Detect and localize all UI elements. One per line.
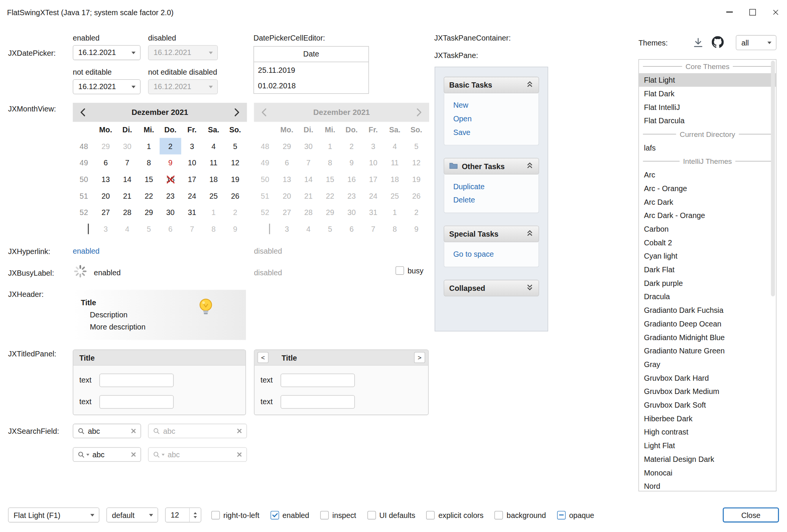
theme-item[interactable]: Cyan light bbox=[639, 249, 776, 263]
checkbox-box[interactable] bbox=[271, 511, 279, 519]
calendar-day[interactable]: 7 bbox=[181, 221, 203, 237]
theme-item[interactable]: Monocai bbox=[639, 466, 776, 479]
checkbox-explicit-colors[interactable]: explicit colors bbox=[426, 511, 483, 519]
theme-item[interactable]: Gradianto Nature Green bbox=[639, 344, 776, 358]
theme-item[interactable]: Gradianto Dark Fuchsia bbox=[639, 303, 776, 317]
checkbox-opaque[interactable]: opaque bbox=[557, 511, 594, 519]
theme-item[interactable]: Gradianto Deep Ocean bbox=[639, 317, 776, 331]
datepicker-enabled[interactable]: 16.12.2021 bbox=[73, 45, 141, 60]
calendar-day[interactable]: 11 bbox=[203, 154, 224, 171]
font-size-spinner[interactable]: 12 bbox=[165, 507, 201, 523]
calendar-day[interactable]: 26 bbox=[224, 188, 246, 204]
clear-icon[interactable] bbox=[131, 428, 136, 434]
taskpane-link[interactable]: Save bbox=[444, 126, 539, 139]
prev-month-button[interactable] bbox=[73, 108, 93, 117]
theme-item[interactable]: Arc bbox=[639, 168, 776, 182]
calendar-day[interactable]: 1 bbox=[203, 204, 224, 221]
calendar-day[interactable]: 1 bbox=[138, 138, 160, 155]
close-button[interactable]: Close bbox=[723, 507, 779, 523]
calendar-day[interactable]: 25 bbox=[203, 188, 224, 204]
theme-item[interactable]: Dracula bbox=[639, 290, 776, 303]
calendar-day[interactable]: 16 bbox=[160, 171, 181, 188]
calendar-day[interactable]: 12 bbox=[224, 154, 246, 171]
checkbox-right-to-left[interactable]: right-to-left bbox=[211, 511, 260, 519]
calendar-day[interactable]: 2 bbox=[160, 138, 181, 155]
taskpane-chevron[interactable] bbox=[526, 162, 534, 171]
taskpane-link[interactable]: Go to space bbox=[444, 247, 539, 261]
datepicker-not-editable[interactable]: 16.12.2021 bbox=[73, 79, 141, 94]
calendar-day[interactable]: 10 bbox=[181, 154, 203, 171]
calendar-day[interactable]: 9 bbox=[224, 221, 246, 237]
calendar-day[interactable]: 17 bbox=[181, 171, 203, 188]
checkbox-box[interactable] bbox=[426, 511, 434, 519]
calendar-day[interactable]: 29 bbox=[138, 204, 160, 221]
checkbox-enabled[interactable]: enabled bbox=[271, 511, 309, 519]
checkbox-background[interactable]: background bbox=[494, 511, 546, 519]
taskpane-link[interactable]: Duplicate bbox=[444, 179, 539, 193]
taskpane-link[interactable]: New bbox=[444, 98, 539, 112]
text-input[interactable] bbox=[99, 373, 174, 387]
calendar-day[interactable]: 24 bbox=[181, 188, 203, 204]
calendar-day[interactable]: 18 bbox=[203, 171, 224, 188]
taskpane-header[interactable]: Collapsed bbox=[444, 280, 539, 297]
calendar-day[interactable]: 6 bbox=[95, 154, 116, 171]
theme-item[interactable]: Gray bbox=[639, 358, 776, 371]
taskpane-header[interactable]: Basic Tasks bbox=[444, 77, 539, 93]
theme-item[interactable]: Flat Dark bbox=[639, 87, 776, 100]
datepicker-dropdown-button[interactable] bbox=[127, 46, 140, 60]
calendar-day[interactable]: 9 bbox=[160, 154, 181, 171]
checkbox-box[interactable] bbox=[557, 511, 565, 519]
next-month-button[interactable] bbox=[227, 108, 247, 117]
theme-item[interactable]: lafs bbox=[639, 141, 776, 155]
checkbox-box[interactable] bbox=[320, 511, 329, 519]
checkbox-inspect[interactable]: inspect bbox=[320, 511, 356, 519]
text-input[interactable] bbox=[280, 395, 355, 409]
theme-item[interactable]: Cobalt 2 bbox=[639, 235, 776, 249]
search-input[interactable] bbox=[88, 427, 127, 435]
theme-item[interactable]: Arc - Orange bbox=[639, 182, 776, 195]
theme-item[interactable]: Nord bbox=[639, 479, 776, 491]
checkbox-box[interactable] bbox=[211, 511, 220, 519]
taskpane-chevron[interactable] bbox=[526, 283, 534, 293]
calendar-day[interactable]: 4 bbox=[203, 138, 224, 155]
calendar-day[interactable]: 22 bbox=[138, 188, 160, 204]
theme-item[interactable]: Carbon bbox=[639, 222, 776, 236]
taskpane-header[interactable]: Other Tasks bbox=[444, 158, 539, 175]
calendar-day[interactable]: 8 bbox=[138, 154, 160, 171]
theme-item[interactable]: High contrast bbox=[639, 425, 776, 439]
taskpane-header[interactable]: Special Tasks bbox=[444, 226, 539, 242]
calendar-day[interactable]: 3 bbox=[181, 138, 203, 155]
theme-filter-combobox[interactable]: all bbox=[736, 35, 776, 50]
calendar-day[interactable]: 31 bbox=[181, 204, 203, 221]
prev-button[interactable]: < bbox=[258, 352, 269, 363]
search-field-with-menu[interactable] bbox=[73, 447, 141, 462]
theme-item[interactable]: Dark purple bbox=[639, 276, 776, 290]
search-input[interactable] bbox=[92, 450, 127, 458]
search-field[interactable] bbox=[73, 424, 141, 438]
calendar-day[interactable]: 15 bbox=[138, 171, 160, 188]
checkbox-box[interactable] bbox=[494, 511, 503, 519]
calendar-day[interactable]: 20 bbox=[95, 188, 116, 204]
calendar-day[interactable]: 13 bbox=[95, 171, 116, 188]
monthview-enabled[interactable]: Dezember 2021Mo.Di.Mi.Do.Fr.Sa.So.482930… bbox=[73, 103, 247, 237]
hyperlink-enabled[interactable]: enabled bbox=[73, 247, 100, 255]
font-combobox[interactable]: default bbox=[106, 507, 158, 523]
calendar-day[interactable]: 14 bbox=[116, 171, 138, 188]
taskpane-link[interactable]: Delete bbox=[444, 193, 539, 207]
calendar-day[interactable]: 21 bbox=[116, 188, 138, 204]
clear-icon[interactable] bbox=[131, 452, 136, 457]
datepicker-dropdown-button[interactable] bbox=[127, 80, 140, 94]
calendar-day[interactable]: 4 bbox=[116, 221, 138, 237]
checkbox-box[interactable] bbox=[367, 511, 376, 519]
theme-item[interactable]: Gradianto Midnight Blue bbox=[639, 330, 776, 344]
theme-item[interactable]: Gruvbox Dark Soft bbox=[639, 398, 776, 412]
theme-item[interactable]: Gruvbox Dark Medium bbox=[639, 384, 776, 398]
list-scrollbar-thumb[interactable] bbox=[771, 61, 775, 296]
checkbox-box[interactable] bbox=[395, 266, 404, 275]
github-icon[interactable] bbox=[712, 36, 724, 48]
calendar-day[interactable]: 5 bbox=[224, 138, 246, 155]
calendar-day[interactable]: 5 bbox=[138, 221, 160, 237]
theme-item[interactable]: Arc Dark - Orange bbox=[639, 209, 776, 222]
theme-item[interactable]: Dark Flat bbox=[639, 263, 776, 276]
theme-item[interactable]: Gruvbox Dark Hard bbox=[639, 371, 776, 385]
